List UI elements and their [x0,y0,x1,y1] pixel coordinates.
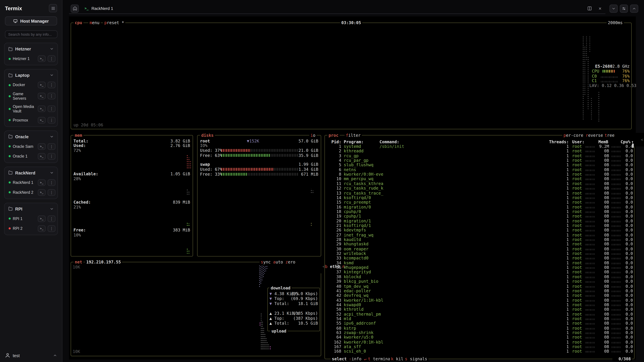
process-row[interactable]: 16migration/01root0B0.0 [326,205,632,209]
host-item[interactable]: RackNerd 2>_⋮ [4,187,58,197]
host-menu-button[interactable]: ⋮ [48,215,56,222]
host-item[interactable]: Proxmox>_⋮ [4,115,58,125]
process-row[interactable]: 29khungtaskd1root0B0.0 [326,242,632,246]
sort-prev-arrow[interactable]: < [641,137,643,142]
connect-terminal-button[interactable]: >_ [38,215,46,222]
process-row[interactable]: 38kblockd1root0B0.0 [326,275,632,279]
process-row[interactable]: 30oom_reaper1root0B0.0 [326,247,632,251]
process-row[interactable]: 168scsi_eh_01root0B0.0 [326,349,632,354]
process-row[interactable]: 11rcu_tasks_kthrea1root0B0.0 [326,181,632,186]
host-menu-button[interactable]: ⋮ [48,117,56,123]
sync-toggle[interactable]: sync [260,260,272,264]
connect-terminal-button[interactable]: >_ [38,189,46,196]
host-menu-button[interactable]: ⋮ [48,143,56,150]
process-row[interactable]: 39blkcg_punt_bio1root0B0.0 [326,279,632,284]
process-row[interactable]: 54mld1root0B0.0 [326,317,632,321]
host-item[interactable]: Oracle 1>_⋮ [4,151,58,161]
preset-button[interactable]: preset * [103,20,126,25]
tools-button[interactable] [620,4,628,13]
process-row[interactable]: 10mm_percpu_wq1root0B0.0 [326,177,632,181]
process-row[interactable]: 33kcompactd01root0B0.0 [326,256,632,260]
tab-racknerd-1[interactable]: >_ RackNerd 1 [80,4,117,13]
process-row[interactable]: 13rcu_tasks_trace_1root0B0.0 [326,191,632,195]
connect-terminal-button[interactable]: >_ [38,106,46,112]
process-row[interactable]: 63zswap-shrink1root0B0.0 [326,330,632,335]
connect-terminal-button[interactable]: >_ [38,93,46,99]
process-row[interactable]: 1systemd/sbin/init1root9.2M0.4 [326,144,632,149]
process-row[interactable]: 55ipv6_addrconf1root0B0.0 [326,321,632,326]
search-input[interactable] [5,30,57,38]
group-header[interactable]: Laptop [4,69,58,80]
host-menu-button[interactable]: ⋮ [48,153,56,159]
process-row[interactable]: 44kswapd01root0B0.0 [326,303,632,307]
update-interval[interactable]: 2000ms [606,20,624,25]
connect-terminal-button[interactable]: >_ [38,179,46,186]
chevron-down-icon[interactable] [48,205,56,212]
process-row[interactable]: 19cpuhp/11root0B0.0 [326,214,632,219]
process-row[interactable]: 167ata_sff1root0B0.0 [326,345,632,349]
host-menu-button[interactable]: ⋮ [48,225,56,232]
host-item[interactable]: Open Media Vault>_⋮ [4,103,58,115]
process-row[interactable]: 27inet_frag_wq1root0B0.0 [326,233,632,237]
terminal[interactable]: cpu menu preset * 03:30:05 2000ms E5-268… [69,16,636,360]
process-row[interactable]: 21ksoftirqd/11root0B0.0 [326,223,632,228]
connect-terminal-button[interactable]: >_ [38,153,46,159]
host-menu-button[interactable]: ⋮ [48,106,56,112]
chevron-down-icon[interactable] [48,169,56,176]
host-manager-button[interactable]: Host Manager [5,16,57,25]
process-row[interactable]: 37kintegrityd1root0B0.0 [326,270,632,274]
host-menu-button[interactable]: ⋮ [48,179,56,186]
process-row[interactable]: 14ksoftirqd/01root0B0.0 [326,195,632,200]
process-row[interactable]: 26kdevtmpfs1root0B0.0 [326,228,632,232]
menu-button[interactable]: menu [88,20,101,25]
process-row[interactable]: 18cpuhp/01root0B0.0 [326,209,632,214]
host-menu-button[interactable]: ⋮ [48,189,56,196]
process-row[interactable]: 6netns1root0B0.0 [326,167,632,172]
host-item[interactable]: Game Servers>_⋮ [4,90,58,102]
process-row[interactable]: 20migration/11root0B0.0 [326,219,632,223]
process-row[interactable]: 34ksmd1root0B0.0 [326,260,632,265]
process-row[interactable]: 60kstrp1root0B0.0 [326,326,632,330]
process-row[interactable]: 32writeback1root0B0.0 [326,251,632,256]
group-header[interactable]: Oracle [4,131,58,141]
connect-terminal-button[interactable]: >_ [38,225,46,232]
auto-toggle[interactable]: auto [272,260,284,264]
sidebar-footer[interactable]: test [0,349,62,362]
process-row[interactable]: 162kworker/0:1H-kbl1root0B0.0 [326,340,632,344]
hamburger-menu-button[interactable] [49,4,57,12]
host-item[interactable]: Oracle Sam>_⋮ [4,141,58,151]
io-toggle[interactable]: io [309,133,317,137]
close-tab-button[interactable]: × [596,5,604,12]
connect-terminal-button[interactable]: >_ [38,82,46,88]
group-header[interactable]: RPI [4,203,58,214]
host-menu-button[interactable]: ⋮ [48,55,56,62]
group-header[interactable]: Hetzner [4,43,58,54]
host-menu-button[interactable]: ⋮ [48,82,56,88]
process-row[interactable]: 50kthrotld1root0B0.0 [326,307,632,312]
connect-terminal-button[interactable]: >_ [38,55,46,62]
host-item[interactable]: RackNerd 1>_⋮ [4,177,58,187]
process-row[interactable]: 5slub_flushwq1root0B0.0 [326,163,632,167]
scroll-up-button[interactable] [630,4,638,13]
process-row[interactable]: 64kworker/u5:01root0B0.0 [326,335,632,340]
host-item[interactable]: Docker>_⋮ [4,80,58,90]
connect-terminal-button[interactable]: >_ [38,117,46,123]
process-row[interactable]: 12rcu_tasks_rude_k1root0B0.0 [326,186,632,191]
process-row[interactable]: 2kthreadd1root0B0.0 [326,149,632,153]
process-row[interactable]: 42devfreq_wq1root0B0.0 [326,293,632,298]
process-row[interactable]: 36khugepaged1root0B0.0 [326,265,632,270]
chevron-down-icon[interactable] [48,45,56,52]
zero-toggle[interactable]: zero [284,260,297,264]
process-row[interactable]: 28kauditd1root0B0.0 [326,237,632,242]
group-header[interactable]: RackNerd [4,167,58,178]
host-menu-button[interactable]: ⋮ [48,93,56,99]
host-item[interactable]: Hetzner 1>_⋮ [4,54,58,64]
scroll-down-button[interactable] [610,4,618,13]
process-row[interactable]: 40tpm_dev_wq1root0B0.0 [326,284,632,288]
chevron-up-icon[interactable] [53,353,57,357]
chevron-down-icon[interactable] [48,133,56,140]
info-key[interactable]: info ↵ [350,357,368,361]
process-row[interactable]: 41edac-poller1root0B0.0 [326,289,632,293]
chevron-down-icon[interactable] [48,71,56,79]
process-row[interactable]: 43kworker/1:1H-kbl1root0B0.0 [326,298,632,302]
